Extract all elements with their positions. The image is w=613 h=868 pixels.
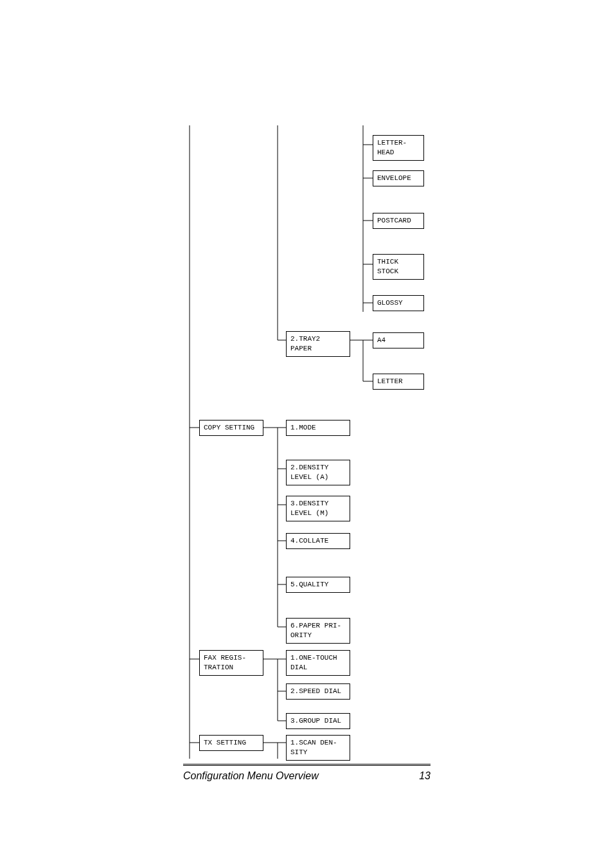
node-density-m: 3.DENSITY LEVEL (M) [286,496,350,521]
node-speed-dial: 2.SPEED DIAL [286,683,350,700]
node-glossy: GLOSSY [373,295,424,311]
node-letter: LETTER [373,374,424,390]
node-scan-density: 1.SCAN DEN- SITY [286,735,350,761]
node-tx-setting: TX SETTING [199,735,263,751]
node-thickstock: THICK STOCK [373,254,424,280]
node-tray2-paper: 2.TRAY2 PAPER [286,331,350,357]
node-a4: A4 [373,332,424,348]
footer-rule [183,764,431,764]
node-postcard: POSTCARD [373,213,424,229]
node-quality: 5.QUALITY [286,577,350,593]
node-envelope: ENVELOPE [373,170,424,186]
node-copy-setting: COPY SETTING [199,420,263,436]
node-collate: 4.COLLATE [286,533,350,549]
node-mode: 1.MODE [286,420,350,436]
node-fax-registration: FAX REGIS- TRATION [199,650,263,676]
node-group-dial: 3.GROUP DIAL [286,713,350,729]
node-paper-priority: 6.PAPER PRI- ORITY [286,618,350,644]
footer-rule [183,765,431,766]
node-letterhead: LETTER- HEAD [373,135,424,161]
footer-page-number: 13 [419,770,431,782]
node-density-a: 2.DENSITY LEVEL (A) [286,460,350,485]
node-one-touch-dial: 1.ONE-TOUCH DIAL [286,650,350,676]
footer-title: Configuration Menu Overview [183,770,319,782]
